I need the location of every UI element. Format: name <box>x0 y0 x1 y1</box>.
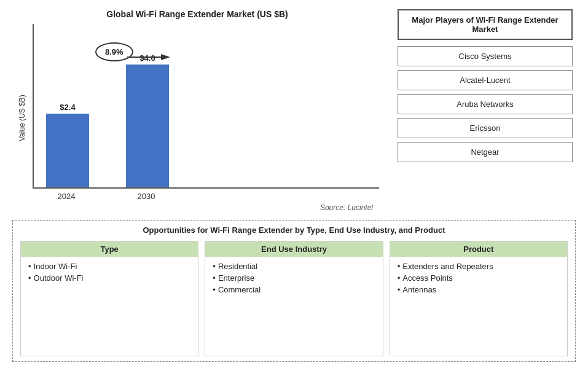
opp-column-end-use: End Use Industry • Residential • Enterpr… <box>205 241 383 356</box>
bars-container: 8.9% $2.4 $4. <box>33 24 379 189</box>
players-title: Major Players of Wi-Fi Range Extender Ma… <box>398 9 573 40</box>
opp-title: Opportunities for Wi-Fi Range Extender b… <box>20 225 568 235</box>
label-antennas: Antennas <box>402 285 436 294</box>
chart-inner: Value (US $B) 8.9% $2. <box>15 24 379 212</box>
bottom-section: Opportunities for Wi-Fi Range Extender b… <box>12 220 576 362</box>
bullet-commercial: • <box>213 285 216 294</box>
list-item-enterprise: • Enterprise <box>213 273 375 283</box>
cagr-arrow-svg <box>127 51 176 69</box>
bar-group-2024: $2.4 <box>46 103 89 187</box>
label-extenders: Extenders and Repeaters <box>402 262 493 271</box>
bar-group-2030: $4.0 <box>126 53 169 187</box>
x-label-2024: 2024 <box>45 192 88 201</box>
opp-col-header-end-use: End Use Industry <box>205 241 382 257</box>
label-enterprise: Enterprise <box>218 273 254 283</box>
label-commercial: Commercial <box>218 285 261 294</box>
opp-col-header-type: Type <box>21 241 198 257</box>
chart-title: Global Wi-Fi Range Extender Market (US $… <box>15 9 379 19</box>
label-residential: Residential <box>218 262 257 271</box>
list-item-antennas: • Antennas <box>398 285 560 294</box>
chart-area: Global Wi-Fi Range Extender Market (US $… <box>12 6 385 215</box>
bullet-antennas: • <box>398 285 401 294</box>
list-item-commercial: • Commercial <box>213 285 375 294</box>
chart-plot: 8.9% $2.4 $4. <box>26 24 379 212</box>
opp-col-body-end-use: • Residential • Enterprise • Commercial <box>205 257 382 356</box>
bullet-residential: • <box>213 262 216 271</box>
bar-2024 <box>46 114 89 187</box>
list-item-access-points: • Access Points <box>398 273 560 283</box>
opp-column-product: Product • Extenders and Repeaters • Acce… <box>390 241 568 356</box>
bar-2030 <box>126 65 169 187</box>
opp-col-header-product: Product <box>390 241 567 257</box>
bar-value-2024: $2.4 <box>60 103 75 112</box>
opp-columns: Type • Indoor Wi-Fi • Outdoor Wi-Fi End … <box>20 241 568 356</box>
opp-col-body-product: • Extenders and Repeaters • Access Point… <box>390 257 567 356</box>
bullet-extenders: • <box>398 262 401 271</box>
bullet-access-points: • <box>398 273 401 283</box>
cagr-annotation: 8.9% <box>95 42 133 61</box>
player-alcatel: Alcatel-Lucent <box>398 70 573 90</box>
player-aruba: Aruba Networks <box>398 94 573 114</box>
player-netgear: Netgear <box>398 142 573 162</box>
x-axis-labels: 2024 2030 <box>26 192 379 201</box>
list-item-outdoor: • Outdoor Wi-Fi <box>28 273 190 283</box>
label-indoor: Indoor Wi-Fi <box>34 262 77 271</box>
bullet-enterprise: • <box>213 273 216 283</box>
bullet-outdoor: • <box>28 273 31 283</box>
label-access-points: Access Points <box>402 273 453 283</box>
x-label-2030: 2030 <box>125 192 168 201</box>
top-section: Global Wi-Fi Range Extender Market (US $… <box>12 6 576 215</box>
svg-marker-1 <box>161 54 170 60</box>
players-area: Major Players of Wi-Fi Range Extender Ma… <box>391 6 576 215</box>
list-item-indoor: • Indoor Wi-Fi <box>28 262 190 271</box>
player-cisco: Cisco Systems <box>398 46 573 66</box>
opp-col-body-type: • Indoor Wi-Fi • Outdoor Wi-Fi <box>21 257 198 356</box>
player-ericsson: Ericsson <box>398 118 573 138</box>
list-item-extenders: • Extenders and Repeaters <box>398 262 560 271</box>
main-container: Global Wi-Fi Range Extender Market (US $… <box>0 0 588 368</box>
opp-column-type: Type • Indoor Wi-Fi • Outdoor Wi-Fi <box>20 241 198 356</box>
list-item-residential: • Residential <box>213 262 375 271</box>
label-outdoor: Outdoor Wi-Fi <box>34 273 84 283</box>
source-label: Source: Lucintel <box>26 203 373 212</box>
bullet-indoor: • <box>28 262 31 271</box>
y-axis-label: Value (US $B) <box>15 24 26 212</box>
